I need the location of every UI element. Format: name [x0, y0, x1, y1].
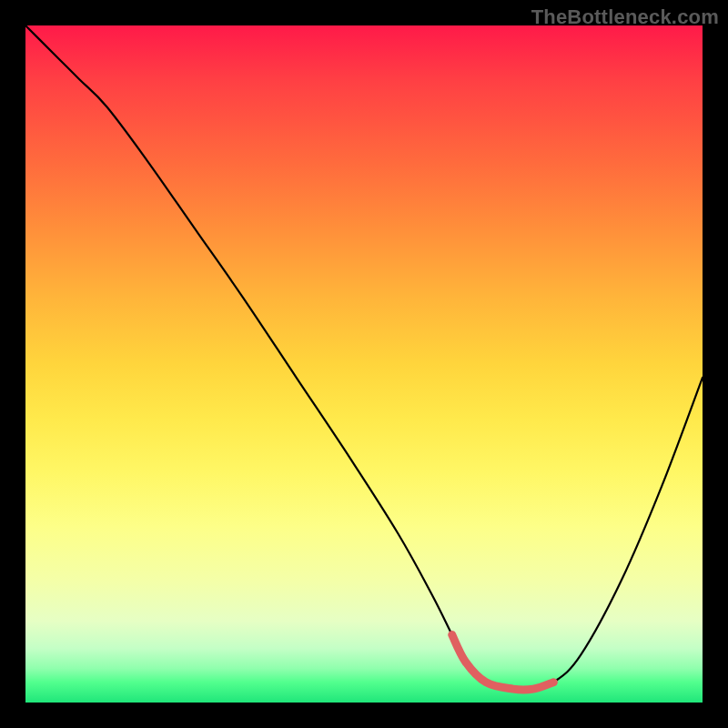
chart-svg	[25, 25, 703, 703]
chart-container: TheBottleneck.com	[0, 0, 728, 728]
curve-highlight	[452, 635, 554, 691]
watermark-text: TheBottleneck.com	[531, 5, 719, 29]
curve-main	[25, 25, 703, 690]
